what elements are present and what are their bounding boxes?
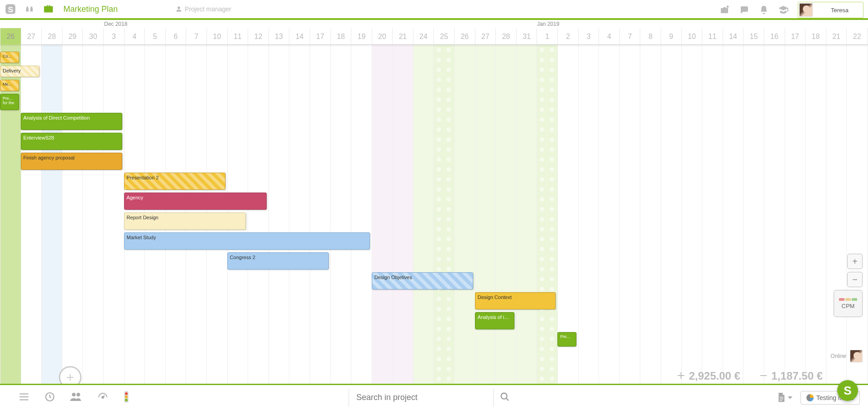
day-header[interactable]: 14 bbox=[723, 28, 743, 45]
day-header[interactable]: 4 bbox=[124, 28, 145, 45]
clock-icon[interactable] bbox=[44, 391, 55, 404]
day-header[interactable]: 3 bbox=[578, 28, 599, 45]
day-header[interactable]: 20 bbox=[372, 28, 393, 45]
day-header[interactable]: 28 bbox=[495, 28, 516, 45]
task-bar[interactable]: Report Design bbox=[124, 212, 246, 230]
traffic-light-icon[interactable] bbox=[123, 391, 129, 404]
project-manager-label[interactable]: Project manager bbox=[176, 5, 231, 13]
day-header[interactable]: 26 bbox=[454, 28, 475, 45]
day-column bbox=[21, 45, 42, 385]
totals: 2,925.00 € 1,187.50 € bbox=[676, 370, 823, 382]
gantt-area[interactable]: Co...DeliveryMe...Pre... for theAnalysis… bbox=[0, 45, 868, 385]
zoom-in-button[interactable]: + bbox=[847, 254, 863, 269]
day-column bbox=[537, 45, 557, 385]
day-header[interactable]: 26 bbox=[0, 28, 21, 45]
day-header[interactable]: 30 bbox=[82, 28, 103, 45]
day-header[interactable]: 12 bbox=[248, 28, 269, 45]
zoom-out-button[interactable]: − bbox=[847, 272, 863, 287]
task-bar[interactable]: Analysis of indirect competition bbox=[475, 312, 514, 329]
task-bar[interactable]: Design Context bbox=[475, 292, 556, 309]
list-icon[interactable] bbox=[18, 391, 30, 404]
day-header[interactable]: 21 bbox=[392, 28, 413, 45]
online-badge[interactable]: Online bbox=[830, 350, 863, 362]
task-bar[interactable]: Delivery bbox=[0, 66, 39, 77]
task-bar[interactable]: Congress 2 bbox=[227, 252, 329, 270]
document-dropdown-icon[interactable] bbox=[777, 392, 792, 404]
svg-rect-11 bbox=[780, 397, 783, 397]
day-header[interactable]: 5 bbox=[144, 28, 165, 45]
cpm-button[interactable]: CPM bbox=[834, 290, 863, 317]
task-bar[interactable]: Agency bbox=[124, 193, 267, 210]
day-header[interactable]: 18 bbox=[331, 28, 351, 45]
day-header[interactable]: 13 bbox=[269, 28, 289, 45]
add-briefcase-icon[interactable] bbox=[719, 5, 730, 15]
day-column bbox=[640, 45, 661, 385]
task-bar[interactable]: Pre... bbox=[557, 332, 576, 347]
task-bar[interactable]: Pre... for the bbox=[0, 94, 19, 110]
svg-text:S: S bbox=[8, 5, 14, 14]
day-header[interactable]: 19 bbox=[351, 28, 372, 45]
task-bar[interactable]: Analysis of Direct Competition bbox=[21, 113, 122, 130]
day-header[interactable]: 17 bbox=[310, 28, 331, 45]
day-header[interactable]: 21 bbox=[826, 28, 847, 45]
task-bar[interactable]: Finish agency proposal bbox=[21, 153, 122, 170]
day-column bbox=[681, 45, 702, 385]
day-header[interactable]: 27 bbox=[475, 28, 496, 45]
day-header[interactable]: 11 bbox=[702, 28, 723, 45]
user-menu[interactable]: Teresa bbox=[798, 2, 863, 18]
fab-button[interactable]: S bbox=[837, 380, 858, 401]
task-bar[interactable]: Market Study bbox=[124, 232, 370, 250]
add-task-button[interactable] bbox=[59, 366, 82, 385]
day-column bbox=[805, 45, 826, 385]
task-bar[interactable]: Presentation 2 bbox=[124, 173, 225, 190]
day-header[interactable]: 10 bbox=[681, 28, 702, 45]
search-icon[interactable] bbox=[494, 392, 516, 403]
day-header[interactable]: 10 bbox=[206, 28, 227, 45]
day-header[interactable]: 6 bbox=[165, 28, 186, 45]
day-header[interactable]: 17 bbox=[785, 28, 806, 45]
day-header[interactable]: 3 bbox=[103, 28, 124, 45]
day-header[interactable]: 2 bbox=[557, 28, 578, 45]
svg-point-7 bbox=[125, 392, 128, 395]
task-bar[interactable]: Me... bbox=[0, 80, 19, 91]
day-header[interactable]: 8 bbox=[640, 28, 661, 45]
chat-icon[interactable] bbox=[739, 5, 750, 15]
day-header[interactable]: 9 bbox=[661, 28, 681, 45]
day-header[interactable]: 7 bbox=[186, 28, 206, 45]
day-header[interactable]: 28 bbox=[41, 28, 62, 45]
dashboard-icon[interactable] bbox=[97, 391, 109, 404]
day-header[interactable]: 27 bbox=[21, 28, 42, 45]
task-bar[interactable]: Co... bbox=[0, 52, 19, 63]
users-icon[interactable] bbox=[70, 391, 82, 404]
app-logo-icon[interactable]: S bbox=[5, 3, 16, 15]
day-column bbox=[578, 45, 599, 385]
day-column bbox=[269, 45, 289, 385]
day-header[interactable]: 1 bbox=[537, 28, 557, 45]
day-header[interactable]: 16 bbox=[764, 28, 785, 45]
day-header[interactable]: 22 bbox=[846, 28, 867, 45]
day-header[interactable]: 18 bbox=[805, 28, 826, 45]
top-right-group: Teresa bbox=[719, 2, 863, 18]
day-header[interactable]: 7 bbox=[619, 28, 640, 45]
page-title: Marketing Plan bbox=[63, 5, 118, 14]
task-bar[interactable]: Design Objetives bbox=[372, 272, 473, 289]
day-header[interactable]: 15 bbox=[743, 28, 764, 45]
bell-icon[interactable] bbox=[759, 5, 769, 15]
day-header[interactable]: 31 bbox=[516, 28, 537, 45]
day-header[interactable]: 24 bbox=[413, 28, 434, 45]
binoculars-icon[interactable] bbox=[24, 4, 34, 14]
day-header[interactable]: 14 bbox=[289, 28, 310, 45]
task-bar[interactable]: EnterviewS28 bbox=[21, 133, 122, 150]
graduation-icon[interactable] bbox=[778, 5, 789, 15]
month-label-2: Jan 2019 bbox=[537, 21, 559, 27]
svg-point-3 bbox=[72, 393, 76, 396]
day-column bbox=[764, 45, 785, 385]
day-header[interactable]: 29 bbox=[62, 28, 83, 45]
day-row: 2627282930345671011121314171819202124252… bbox=[0, 28, 868, 45]
svg-point-9 bbox=[125, 399, 128, 401]
briefcase-icon[interactable] bbox=[43, 3, 54, 15]
day-header[interactable]: 25 bbox=[433, 28, 454, 45]
search-input[interactable] bbox=[349, 389, 494, 407]
day-header[interactable]: 4 bbox=[599, 28, 619, 45]
day-header[interactable]: 11 bbox=[227, 28, 248, 45]
